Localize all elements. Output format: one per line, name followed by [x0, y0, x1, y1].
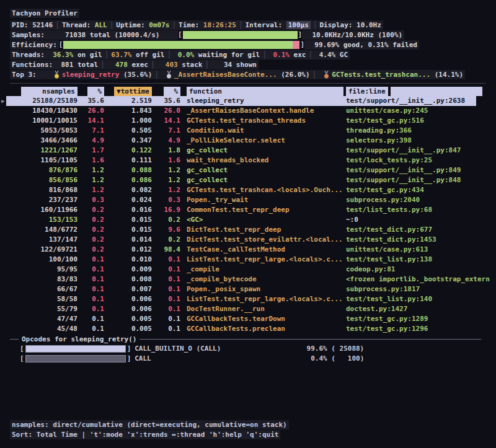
- table-row[interactable]: 47/470.10.0050.1GCCallbackTests.tearDown…: [6, 314, 490, 324]
- table-row[interactable]: 83/830.10.0080.1_compile_bytecode<frozen…: [6, 275, 490, 284]
- cell-pct-direct: 0.1: [78, 304, 104, 314]
- top3-entry-3-name[interactable]: GCTests.test_trashcan...: [332, 71, 430, 79]
- cell-pct-direct: 0.2: [78, 215, 104, 225]
- cell-file-line: unittest/case.py:613: [346, 245, 490, 255]
- table-row[interactable]: 100/1000.10.0100.1ListTest.test_repr_lar…: [6, 255, 490, 265]
- table-row[interactable]: 45/480.10.0050.1GCCallbackTests.preclean…: [6, 324, 490, 334]
- cell-pct-cumulative: 0.1: [152, 294, 180, 304]
- table-row[interactable]: 160/119660.20.01616.9CommonTest.test_rep…: [6, 205, 490, 215]
- samples-bar-close: ]: [298, 30, 303, 40]
- table-row[interactable]: 153/1530.20.0150.2<GC>~:0: [6, 215, 490, 225]
- cell-pct-cumulative: 0.1: [152, 314, 180, 324]
- table-row[interactable]: 66/670.10.0070.1Popen._posix_spawnsubpro…: [6, 284, 490, 294]
- table-row[interactable]: 856/8561.20.0861.2gc_collecttest/support…: [6, 175, 490, 185]
- sort-descending-icon: ▼tottime: [114, 87, 152, 96]
- cell-nsamples: 66/67: [12, 284, 78, 294]
- cell-function: _AssertRaisesBaseContext.handle: [187, 106, 346, 116]
- cell-pct-direct: 0.2: [78, 205, 104, 215]
- header-pct-direct[interactable]: %: [78, 87, 104, 96]
- cell-tottime: 1.843: [104, 106, 152, 116]
- thread-value[interactable]: ALL: [95, 21, 107, 29]
- cell-nsamples: 122/69721: [12, 245, 78, 255]
- cell-nsamples: 47/47: [12, 314, 78, 324]
- top3-entry-2-name[interactable]: _AssertRaisesBaseConte...: [174, 71, 277, 79]
- header-file-line[interactable]: file:line: [346, 87, 490, 96]
- cell-nsamples: 25188/25189: [12, 96, 78, 106]
- opcode-percentage: 0.4% ( 100): [283, 354, 364, 364]
- cell-tottime: 0.015: [104, 225, 152, 235]
- cell-nsamples: 18430/18430: [12, 106, 78, 116]
- samples-label: Samples:: [12, 31, 45, 39]
- table-row[interactable]: ▶25188/2518935.62.51935.6sleeping_retryt…: [6, 96, 476, 106]
- interval-value: 100μs: [286, 21, 311, 29]
- cell-pct-cumulative: 16.9: [152, 205, 180, 215]
- cell-nsamples: 10001/10015: [12, 116, 78, 126]
- top3-entry-1-pct: (35.6%): [123, 71, 152, 79]
- selected-row-marker-icon: ▶: [1, 96, 4, 106]
- table-row[interactable]: 1105/11051.60.1111.6wait_threads_blocked…: [6, 156, 490, 165]
- functions-stack-label: stack: [182, 61, 202, 69]
- table-row[interactable]: 1221/12671.70.1221.8gc_collecttest/suppo…: [6, 146, 490, 156]
- cell-pct-direct: 0.3: [78, 195, 104, 205]
- divider: │: [98, 61, 107, 69]
- table-row[interactable]: 18430/1843026.01.84326.0_AssertRaisesBas…: [6, 106, 490, 116]
- table-row[interactable]: 55/790.10.0060.1DocTestRunner.__rundocte…: [6, 304, 490, 314]
- separator-dash: [140, 339, 481, 340]
- functions-label: Functions:: [12, 61, 53, 69]
- efficiency-label: Efficiency:: [12, 41, 57, 49]
- cell-pct-direct: 1.2: [78, 175, 104, 185]
- cell-tottime: 0.111: [104, 156, 152, 165]
- cell-pct-direct: 1.7: [78, 146, 104, 156]
- header-function[interactable]: function: [187, 87, 346, 96]
- header-tottime[interactable]: ▼tottime: [104, 87, 152, 96]
- top3-label: Top 3:: [12, 71, 37, 79]
- table-row[interactable]: 237/2370.30.0240.3Popen._try_waitsubproc…: [6, 195, 490, 205]
- efficiency-line: Efficiency:[] 99.69% good, 0.31% failed: [6, 40, 490, 50]
- cell-pct-cumulative: 9.6: [152, 225, 180, 235]
- pid-value: 52146: [32, 21, 53, 29]
- table-row[interactable]: 122/697210.20.01298.4TestCase._callTestM…: [6, 245, 490, 255]
- table-row[interactable]: 58/580.10.0060.1ListTest.test_repr_large…: [6, 294, 490, 304]
- header-pct-cumulative[interactable]: %: [152, 87, 180, 96]
- divider: │: [202, 61, 211, 69]
- table-row[interactable]: 95/950.10.0090.1_compilecodeop.py:81: [6, 265, 490, 275]
- cell-tottime: 0.088: [104, 165, 152, 175]
- cell-tottime: 0.016: [104, 205, 152, 215]
- cell-pct-direct: 14.1: [78, 116, 104, 126]
- cell-file-line: test/support/__init__.py:2638: [346, 96, 476, 106]
- divider: │: [164, 51, 174, 59]
- divider: │: [169, 21, 179, 29]
- cell-file-line: test/support/__init__.py:847: [346, 146, 490, 156]
- threads-on-gil-label: on gil: [78, 51, 102, 59]
- top3-entry-3-pct: (14.1%): [435, 71, 463, 79]
- efficiency-failed-bar: [293, 41, 299, 49]
- functions-exec-label: exec: [131, 61, 148, 69]
- cell-pct-cumulative: 26.0: [152, 106, 180, 116]
- cell-tottime: 1.000: [104, 116, 152, 126]
- cell-function: TestCase._callTestMethod: [187, 245, 346, 255]
- cell-tottime: 0.008: [104, 275, 152, 284]
- cell-tottime: 0.024: [104, 195, 152, 205]
- top3-entry-1-name[interactable]: sleeping_retry: [62, 71, 120, 79]
- table-row[interactable]: 5053/50537.10.5057.1Condition.waitthread…: [6, 126, 490, 136]
- cell-pct-cumulative: 1.6: [152, 156, 180, 165]
- threads-line: Threads: 36.3% on gil│63.7% off gil│ 0.0…: [6, 50, 490, 59]
- divider: │: [53, 21, 62, 29]
- table-row[interactable]: 876/8761.20.0881.2gc_collecttest/support…: [6, 165, 490, 175]
- cell-pct-cumulative: 0.1: [152, 284, 180, 294]
- table-row[interactable]: 816/8681.20.0821.2GCTests.test_trashcan.…: [6, 185, 490, 195]
- cell-tottime: 0.014: [104, 235, 152, 245]
- table-row[interactable]: 10001/1001514.11.00014.1GCTests.test_tra…: [6, 116, 490, 126]
- table-row[interactable]: 137/1470.20.0140.2DictTest.test_store_ev…: [6, 235, 490, 245]
- interval-label: Interval:: [245, 21, 282, 29]
- cell-function: gc_collect: [187, 165, 346, 175]
- table-row[interactable]: 3466/34664.90.3474.9_PollLikeSelector.se…: [6, 136, 490, 146]
- table-row[interactable]: 148/67720.20.0159.6DictTest.test_repr_de…: [6, 225, 490, 235]
- uptime-value: 0m07s: [149, 21, 169, 29]
- header-nsamples[interactable]: nsamples: [12, 87, 78, 96]
- threads-waiting-label: waiting for gil: [198, 51, 260, 59]
- opcode-row: []CALL0.4% ( 100): [6, 354, 490, 364]
- footer: nsamples: direct/cumulative (direct=exec…: [6, 419, 490, 439]
- cell-file-line: doctest.py:1427: [346, 304, 490, 314]
- cell-nsamples: 55/79: [12, 304, 78, 314]
